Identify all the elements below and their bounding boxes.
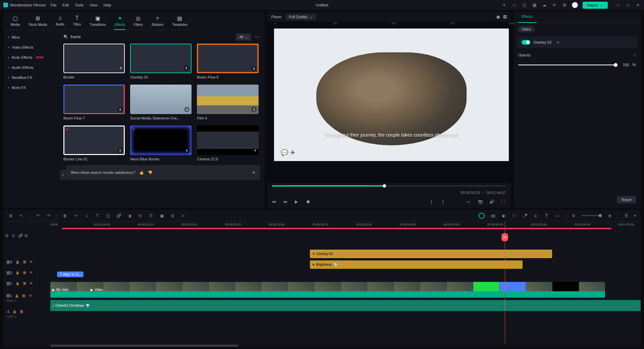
fx-subtab-video[interactable]: Video — [518, 26, 535, 33]
cursor-icon[interactable]: ↖ — [19, 213, 24, 218]
mic-icon[interactable]: 🎤 — [522, 213, 528, 218]
sidebar-boris[interactable]: ▸Boris FX — [3, 83, 59, 93]
effect-thumb[interactable]: + Border — [63, 44, 125, 79]
camera-icon[interactable]: 📹 — [490, 213, 495, 218]
download-icon[interactable]: ⬇ — [117, 107, 123, 112]
track-3[interactable]: ✦Brightness💎 — [50, 259, 641, 270]
reset-effect-icon[interactable]: ⟲ — [556, 40, 559, 45]
picture-icon[interactable]: 🖼 — [503, 15, 507, 19]
tab-stock-media[interactable]: ⊞Stock Media — [28, 14, 48, 30]
track-head-2[interactable]: 🎬2 🔒🔇👁 — [3, 278, 50, 289]
shield-icon[interactable]: ⬡ — [512, 213, 517, 218]
clip-overlay03[interactable]: ✦Overlay 03 — [310, 250, 552, 258]
layout-grid-icon[interactable]: ⊞ — [8, 213, 13, 218]
keyframe-diamond-icon[interactable]: ◇ — [633, 53, 636, 57]
sidebar-audio-effects[interactable]: ▸Audio Effects — [3, 62, 59, 72]
send-icon[interactable]: ✈ — [501, 2, 507, 8]
download-icon[interactable]: ⬇ — [184, 107, 190, 112]
feedback-close[interactable]: ✕ — [252, 170, 255, 175]
tab-audio[interactable]: ♫Audio — [55, 14, 65, 30]
text-button[interactable]: T — [95, 213, 100, 218]
opacity-slider[interactable] — [518, 64, 618, 65]
quality-select[interactable]: Full Quality⌄ — [286, 14, 316, 20]
cut-button[interactable]: ✂ — [73, 213, 78, 218]
reset-button[interactable]: Reset — [617, 196, 636, 203]
effect-thumb[interactable]: ⬇ Film 5 — [197, 85, 258, 120]
playhead-scissor-icon[interactable]: ✂ — [501, 233, 508, 241]
cloud-icon[interactable]: ☁ — [542, 2, 547, 8]
group-button[interactable]: ▣ — [159, 213, 164, 218]
tab-transitions[interactable]: ▣Transitions — [89, 14, 107, 30]
layout-icon[interactable]: ▦ — [496, 15, 500, 19]
maximize-button[interactable]: ◻ — [625, 2, 631, 8]
effect-thumb[interactable]: + Cinema 21:9 — [197, 126, 258, 161]
tab-titles[interactable]: TTitles — [72, 14, 82, 30]
display-button[interactable]: ▭ — [467, 199, 472, 205]
disc-icon[interactable]: ◉ — [501, 213, 506, 218]
more-options[interactable]: ⋯ — [255, 34, 260, 40]
tab-filters[interactable]: ◎Filters — [133, 14, 143, 30]
track-video1[interactable]: ▶ My Vide ▶ Video — [50, 281, 641, 299]
delete-button[interactable]: 🗑 — [62, 213, 68, 218]
menu-tools[interactable]: Tools — [75, 3, 84, 7]
color-button[interactable]: ◑ — [127, 213, 132, 218]
effect-thumb[interactable]: ⬇ Beam Flow 6 — [197, 44, 258, 79]
marker-icon[interactable]: 📍 — [544, 213, 549, 218]
search-input[interactable] — [70, 35, 121, 39]
track-head-video1[interactable]: 🎬1🔒🔇👁 Video 1 — [3, 289, 50, 307]
tl-snap-icon[interactable]: ⊟ — [24, 233, 29, 238]
user-avatar[interactable] — [572, 2, 578, 8]
play-button[interactable]: ▶ — [295, 199, 300, 205]
track-4[interactable]: ✦Overlay 03 — [50, 249, 641, 259]
track-head-audio1[interactable]: ♪1🔒🔇 Audio 1 — [3, 307, 50, 320]
next-frame-button[interactable]: ⏭ — [283, 199, 289, 205]
zoom-out-button[interactable]: ⊖ — [571, 213, 576, 218]
redo-button[interactable]: ↷ — [46, 213, 51, 218]
zoom-in-button[interactable]: ⊕ — [607, 213, 612, 218]
fullscreen-button[interactable]: ⛶ — [501, 199, 506, 205]
track-head-4[interactable]: 🎬4 🔒🔇👁 — [3, 257, 50, 267]
mark-out-button[interactable]: } — [442, 199, 448, 205]
download-icon[interactable]: ⬇ — [184, 148, 190, 153]
tl-link-icon[interactable]: 🔗 — [18, 233, 22, 238]
collapse-sidebar-button[interactable]: ‹ — [60, 170, 66, 180]
sidebar-mine[interactable]: ▸Mine — [3, 32, 59, 42]
tl-magnet-icon[interactable]: ⊕ — [12, 233, 16, 238]
clip-video[interactable]: ▶ My Vide ▶ Video — [50, 282, 605, 298]
playhead[interactable]: ✂ — [505, 222, 505, 344]
effect-thumb[interactable]: ♥ ⬇ Border Line 01 — [63, 126, 125, 161]
opacity-value[interactable]: 100 — [621, 63, 629, 67]
menu-view[interactable]: View — [90, 3, 98, 7]
track-head-3[interactable]: 🎬3 🔒🔇👁 — [3, 267, 50, 278]
scrubber[interactable] — [267, 183, 511, 189]
tab-effects[interactable]: ✦Effects — [114, 14, 125, 30]
thumbs-up-icon[interactable]: 👍 — [139, 170, 144, 175]
download-icon[interactable]: ⬇ — [117, 148, 123, 153]
menu-file[interactable]: File — [51, 3, 57, 7]
gallery-icon[interactable]: ▦ — [532, 2, 537, 8]
thumbs-down-icon[interactable]: 👎 — [148, 170, 153, 175]
effect-toggle[interactable] — [522, 40, 530, 45]
mixer-icon[interactable]: ⫼ — [533, 213, 538, 218]
timeline-scrollbar[interactable] — [3, 344, 641, 347]
menu-help[interactable]: Help — [104, 3, 111, 7]
stop-button[interactable]: ⏹ — [306, 199, 312, 205]
mark-in-button[interactable]: { — [431, 199, 436, 205]
close-button[interactable]: ✕ — [635, 2, 641, 8]
screen-icon[interactable]: ◫ — [522, 2, 527, 8]
export-button[interactable]: Export ⌄ — [583, 2, 608, 9]
adjust-icon[interactable]: ▭ — [554, 213, 560, 218]
record-button[interactable] — [479, 213, 485, 219]
download-icon[interactable]: ⬇ — [251, 66, 257, 71]
effect-thumb[interactable]: ⬇ Social Media Slideshow Ove... — [130, 85, 192, 120]
fx-tab-effects[interactable]: Effects — [518, 12, 537, 23]
zoom-slider[interactable] — [582, 215, 602, 216]
download-icon[interactable]: ⬇ — [183, 65, 189, 70]
sidebar-video-effects[interactable]: ▸Video Effects — [3, 42, 59, 52]
download-icon[interactable]: ⬇ — [251, 107, 257, 112]
clip-audio[interactable]: ♪ Cheerful Christmas 💎 — [50, 300, 641, 311]
refresh-icon[interactable]: ⟳ — [552, 2, 557, 8]
link-button[interactable]: 🔗 — [116, 213, 121, 218]
tab-stickers[interactable]: ✧Stickers — [151, 14, 164, 30]
track-2[interactable]: T vlog / a / d... — [50, 270, 641, 281]
